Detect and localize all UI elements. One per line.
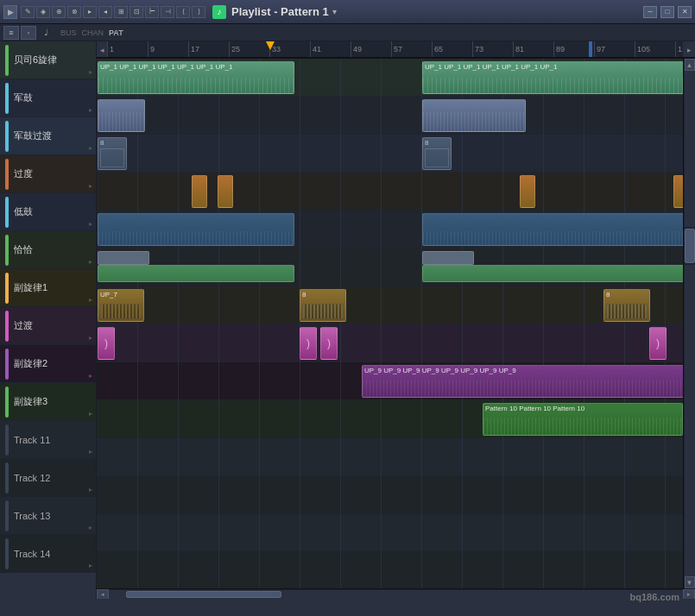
track-header-2[interactable]: 军鼓 ▸	[0, 79, 96, 117]
track-name-1: 贝司6旋律	[14, 53, 91, 66]
track-name-5: 低鼓	[14, 205, 91, 218]
sub-icon: ≡	[3, 26, 19, 40]
clip-3b[interactable]: 8	[422, 137, 452, 170]
ruler-right-arrow[interactable]: ▸	[683, 41, 695, 59]
clip-8c[interactable]: )	[320, 327, 338, 360]
clip-5b[interactable]	[422, 213, 690, 246]
content-row-2	[97, 97, 683, 135]
track-name-6: 恰恰	[14, 243, 91, 256]
track-name-10: 副旋律3	[14, 395, 91, 408]
clip-8d[interactable]: )	[649, 327, 667, 360]
clip-5a[interactable]	[98, 213, 294, 246]
playhead[interactable]	[266, 41, 275, 50]
track-name-12: Track 12	[14, 473, 91, 483]
clip-8b[interactable]: )	[300, 327, 317, 360]
track-header-6[interactable]: 恰恰 ▸	[0, 231, 96, 269]
track-header-3[interactable]: 军鼓过渡 ▸	[0, 117, 96, 155]
dropdown-arrow[interactable]: ▾	[332, 7, 337, 16]
bus-label: BUS	[60, 28, 77, 37]
vertical-scrollbar[interactable]: ▲ ▼	[683, 59, 695, 588]
track-name-3: 军鼓过渡	[14, 129, 91, 142]
title-bar: ▶ ✎ ◈ ⊕ ⊗ ▸ ◂ ⊞ ⊡ ⊢ ⊣ ⟨ ⟩ ♪ Playlist - P…	[0, 0, 695, 24]
timeline-ruler[interactable]: ◂ 1 9 17 25 33 41 49 57 65 73	[97, 41, 695, 59]
track-list: 贝司6旋律 ▸ 军鼓 ▸ 军鼓过渡 ▸ 过度 ▸	[0, 41, 97, 599]
clip-9a[interactable]: UP_9 UP_9 UP_9 UP_9 UP_9 UP_9 UP_9 UP_9	[362, 365, 686, 398]
track-header-4[interactable]: 过度 ▸	[0, 155, 96, 193]
content-row-13	[97, 514, 683, 552]
win-minimize[interactable]: ─	[643, 6, 657, 18]
track-header-11[interactable]: Track 11 ▸	[0, 421, 96, 459]
track-header-8[interactable]: 过渡 ▸	[0, 307, 96, 345]
track-name-2: 军鼓	[14, 91, 91, 104]
track-name-14: Track 14	[14, 549, 91, 559]
track-header-10[interactable]: 副旋律3 ▸	[0, 383, 96, 421]
sub-icon2: ◦	[21, 26, 36, 40]
ruler-left-arrow[interactable]: ◂	[97, 41, 107, 59]
track-name-8: 过渡	[14, 319, 91, 332]
note-icon: ♪	[212, 5, 226, 19]
sub-note: ♩	[38, 26, 54, 40]
track-name-4: 过度	[14, 167, 91, 180]
clip-4a2[interactable]	[218, 175, 233, 208]
clip-1b[interactable]: UP_1 UP_1 UP_1 UP_1 UP_1 UP_1 UP_1	[422, 61, 690, 94]
clip-3a[interactable]: 8	[98, 137, 127, 170]
track-header-13[interactable]: Track 13 ▸	[0, 497, 96, 535]
track-header-12[interactable]: Track 12 ▸	[0, 459, 96, 497]
loop-end-marker[interactable]	[589, 41, 592, 57]
clip-2a[interactable]	[98, 99, 145, 132]
clip-7b[interactable]: 8	[300, 289, 346, 322]
clip-1a[interactable]: UP_1 UP_1 UP_1 UP_1 UP_1 UP_1 UP_1	[98, 61, 294, 94]
content-row-11	[97, 438, 683, 476]
clip-8a[interactable]: )	[98, 327, 115, 360]
track-header-9[interactable]: 副旋律2 ▸	[0, 345, 96, 383]
content-row-12	[97, 476, 683, 514]
clip-6a-green[interactable]	[98, 265, 294, 282]
track-name-11: Track 11	[14, 435, 91, 445]
track-header-7[interactable]: 副旋律1 ▸	[0, 269, 96, 307]
app-icon: ▶	[3, 5, 17, 19]
pat-label: PAT	[109, 28, 123, 37]
clip-4b[interactable]	[520, 175, 535, 208]
clip-6b-green[interactable]	[422, 265, 690, 282]
content-row-7	[97, 286, 683, 324]
track-header-14[interactable]: Track 14 ▸	[0, 535, 96, 573]
track-name-13: Track 13	[14, 511, 91, 521]
clip-2b[interactable]	[422, 99, 526, 132]
track-name-7: 副旋律1	[14, 281, 91, 294]
clip-7c[interactable]: 8	[603, 289, 650, 322]
content-row-8	[97, 324, 683, 362]
win-close[interactable]: ✕	[678, 6, 692, 18]
toolbar-icons: ✎ ◈ ⊕ ⊗ ▸ ◂ ⊞ ⊡ ⊢ ⊣ ⟨ ⟩	[21, 6, 205, 18]
track-header-5[interactable]: 低鼓 ▸	[0, 193, 96, 231]
clip-10a[interactable]: Pattern 10 Pattern 10 Pattern 10	[483, 403, 683, 436]
playlist-title: Playlist - Pattern 1	[231, 5, 329, 18]
track-header-1[interactable]: 贝司6旋律 ▸	[0, 41, 96, 79]
clip-6b-gray[interactable]	[422, 251, 474, 265]
content-row-14	[97, 552, 683, 588]
clip-6a-gray[interactable]	[98, 251, 149, 265]
track-name-9: 副旋律2	[14, 357, 91, 370]
win-maximize[interactable]: □	[660, 6, 674, 18]
content-row-4	[97, 173, 683, 211]
chan-label: CHAN	[82, 28, 104, 37]
content-row-3	[97, 135, 683, 173]
content-area: UP_1 UP_1 UP_1 UP_1 UP_1 UP_1 UP_1 UP_1 …	[97, 59, 695, 588]
clip-4a[interactable]	[192, 175, 207, 208]
horizontal-scrollbar[interactable]: ◂ ▸	[97, 588, 695, 599]
sub-toolbar: ≡ ◦ ♩ BUS CHAN PAT	[0, 24, 695, 41]
clip-7a[interactable]: UP_7	[98, 289, 144, 322]
